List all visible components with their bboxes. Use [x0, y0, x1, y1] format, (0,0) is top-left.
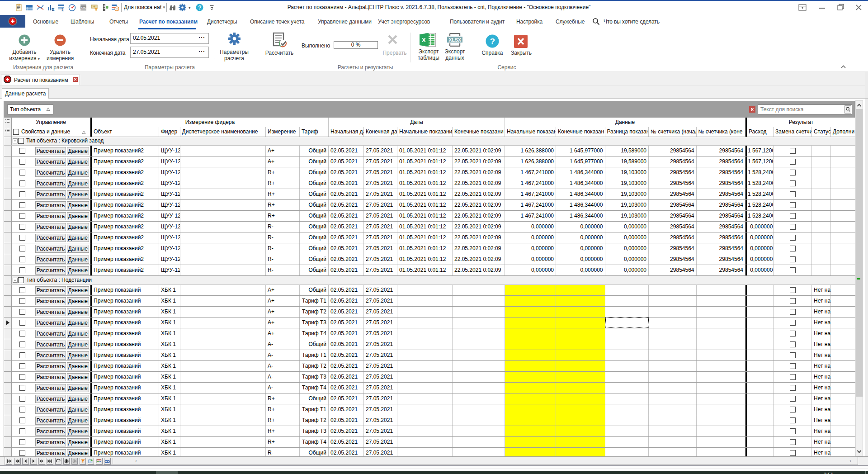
- svg-text:Σ: Σ: [52, 7, 55, 11]
- svg-text:?: ?: [198, 5, 201, 11]
- svg-text:XML: XML: [81, 6, 86, 9]
- svg-text:XLSX: XLSX: [449, 37, 461, 43]
- svg-text:Σ: Σ: [61, 7, 64, 12]
- svg-text:X: X: [422, 37, 426, 43]
- svg-text:?: ?: [490, 37, 495, 46]
